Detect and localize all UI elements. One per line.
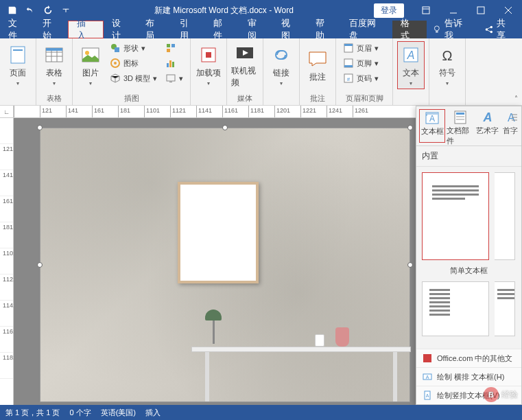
page-icon — [7, 44, 29, 66]
tab-review[interactable]: 审阅 — [239, 21, 274, 38]
preset-label: 简单文本框 — [422, 266, 516, 276]
svg-rect-28 — [344, 44, 353, 46]
quickparts-tool[interactable]: 文档部件 — [447, 109, 473, 143]
undo-icon[interactable] — [22, 2, 38, 19]
qat-customize-icon[interactable] — [58, 2, 74, 19]
smartart-icon — [165, 43, 176, 54]
tab-mailings[interactable]: 邮件 — [205, 21, 239, 38]
shapes-button[interactable]: 形状 ▾ — [107, 41, 160, 55]
textbox-preset-partial[interactable] — [495, 172, 515, 260]
pictures-button[interactable]: 图片▾ — [77, 41, 104, 89]
draw-h-icon: A — [422, 371, 433, 382]
comment-button[interactable]: 批注 — [304, 41, 331, 89]
svg-text:#: # — [347, 76, 351, 82]
wordart-icon: A — [478, 109, 497, 126]
share-icon — [484, 25, 494, 34]
group-headerfooter-label: 页眉和页脚 — [340, 92, 388, 105]
builtin-section-label: 内置 — [416, 146, 521, 167]
footer-button[interactable]: 页脚 ▾ — [340, 56, 388, 70]
svg-rect-20 — [169, 60, 171, 67]
addins-button[interactable]: 加载项▾ — [195, 41, 222, 89]
pages-button[interactable]: 页面▾ — [4, 41, 32, 89]
svg-text:A: A — [482, 110, 492, 124]
link-icon — [270, 44, 292, 66]
draw-horizontal-textbox[interactable]: A 绘制 横排 文本框(H) — [416, 367, 521, 386]
screenshot-button[interactable]: ▾ — [163, 71, 186, 85]
svg-rect-0 — [423, 7, 429, 14]
smartart-button[interactable] — [163, 41, 186, 55]
textbox-preset-simple[interactable] — [422, 172, 489, 260]
text-button[interactable]: A 文本▾ — [397, 41, 425, 89]
wordart-tool[interactable]: A 艺术字 — [475, 109, 501, 143]
status-mode[interactable]: 插入 — [145, 408, 161, 418]
selection-handle[interactable] — [37, 125, 43, 130]
group-media-label: 媒体 — [231, 92, 259, 105]
svg-rect-16 — [167, 44, 170, 47]
tell-me[interactable]: 告诉我 — [427, 21, 476, 38]
tab-home[interactable]: 开始 — [34, 21, 69, 38]
icons-icon — [110, 58, 121, 69]
selection-handle[interactable] — [407, 262, 413, 268]
tab-baidu[interactable]: 百度网盘 — [341, 21, 392, 38]
tab-file[interactable]: 文件 — [0, 21, 34, 38]
addins-icon — [198, 44, 220, 66]
svg-rect-13 — [115, 47, 119, 52]
3dmodel-button[interactable]: 3D 模型 ▾ — [107, 71, 160, 85]
footer-icon — [343, 58, 354, 69]
svg-rect-7 — [13, 49, 23, 51]
watermark-logo-icon: B — [484, 387, 499, 402]
tab-format[interactable]: 格式 — [392, 21, 427, 38]
pagenum-icon: # — [343, 73, 354, 84]
redo-icon[interactable] — [40, 2, 56, 19]
tab-design[interactable]: 设计 — [104, 21, 138, 38]
text-dropdown-panel: A 文本框 文档部件 A 艺术字 A 首字 内置 简单文本框 — [416, 106, 522, 405]
tab-layout[interactable]: 布局 — [137, 21, 171, 38]
online-video-button[interactable]: 联机视频 — [231, 41, 259, 89]
more-from-office[interactable]: Office.com 中的其他文 — [416, 349, 521, 367]
tab-view[interactable]: 视图 — [273, 21, 307, 38]
svg-rect-44 — [423, 354, 431, 362]
svg-rect-25 — [206, 52, 211, 58]
collapse-ribbon-icon[interactable]: ˄ — [514, 95, 518, 102]
header-button[interactable]: 页眉 ▾ — [340, 41, 388, 55]
status-wordcount[interactable]: 0 个字 — [69, 408, 91, 418]
status-language[interactable]: 英语(美国) — [101, 408, 136, 418]
svg-rect-18 — [167, 49, 170, 52]
textbox-tool[interactable]: A 文本框 — [419, 109, 445, 143]
ruler-corner[interactable]: ∟ — [0, 106, 14, 118]
save-icon[interactable] — [4, 2, 21, 19]
inserted-image[interactable] — [40, 128, 410, 402]
tab-help[interactable]: 帮助 — [307, 21, 342, 38]
symbols-button[interactable]: Ω 符号▾ — [434, 41, 461, 89]
dropcap-icon: A — [501, 109, 520, 126]
selection-handle[interactable] — [407, 125, 413, 130]
table-button[interactable]: 表格▾ — [40, 41, 68, 89]
maximize-icon[interactable] — [467, 0, 495, 21]
selection-handle[interactable] — [222, 125, 228, 130]
login-button[interactable]: 登录 — [374, 3, 404, 18]
office-icon — [422, 353, 433, 364]
ruler-vertical[interactable]: 12114116118111011121114111611181 — [0, 118, 14, 405]
dropcap-tool[interactable]: A 首字 — [502, 109, 519, 143]
chart-button[interactable] — [163, 56, 186, 70]
textbox-preset-partial2[interactable] — [495, 281, 515, 336]
screenshot-icon — [165, 73, 176, 84]
share-button[interactable]: 共享 — [476, 21, 522, 38]
svg-rect-9 — [46, 48, 62, 51]
status-page[interactable]: 第 1 页，共 1 页 — [5, 408, 60, 418]
vase-graphic — [335, 327, 349, 347]
tab-references[interactable]: 引用 — [171, 21, 206, 38]
textbox-preset-sidebar[interactable] — [422, 281, 489, 336]
icons-button[interactable]: 图标 — [107, 56, 160, 70]
svg-rect-39 — [456, 113, 464, 115]
links-button[interactable]: 链接▾ — [268, 41, 295, 89]
picture-frame — [178, 182, 259, 283]
lightbulb-icon — [432, 25, 442, 34]
selection-handle[interactable] — [37, 262, 43, 268]
tab-insert[interactable]: 插入 — [68, 21, 104, 38]
ribbon: 页面▾ 表格▾ 表格 图片▾ 形状 ▾ 图标 3D 模型 ▾ — [0, 38, 522, 106]
textbox-icon: A — [423, 110, 442, 126]
chart-icon — [165, 58, 176, 69]
pagenum-button[interactable]: #页码 ▾ — [340, 71, 388, 85]
svg-text:A: A — [429, 114, 435, 124]
